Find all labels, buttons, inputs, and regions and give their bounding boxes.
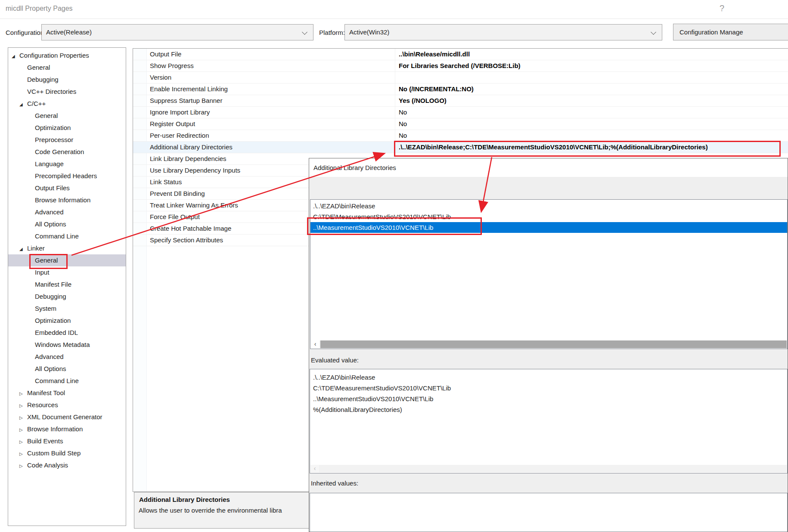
- sidebar-item-debugging[interactable]: Debugging: [8, 291, 126, 303]
- property-name: Use Library Dependency Inputs: [150, 165, 240, 176]
- sidebar-item-label: XML Document Generator: [27, 413, 102, 421]
- configuration-manager-button[interactable]: Configuration Manage: [673, 24, 788, 40]
- property-row-per-user-redirection[interactable]: Per-user RedirectionNo: [133, 130, 788, 142]
- sidebar-item-label: Optimization: [35, 124, 71, 131]
- sidebar-item-configuration-properties[interactable]: ◢Configuration Properties: [8, 49, 126, 62]
- scrollbar-thumb[interactable]: [320, 340, 787, 348]
- property-row-output-file[interactable]: Output File..\bin\Release/micdll.dll: [133, 49, 788, 60]
- property-value[interactable]: For Libraries Searched (/VERBOSE:Lib): [399, 60, 521, 71]
- sidebar-item-custom-build-step[interactable]: ▷Custom Build Step: [8, 447, 126, 459]
- sidebar-item-label: Precompiled Headers: [35, 172, 97, 179]
- sidebar-item-general[interactable]: General: [8, 62, 126, 74]
- sidebar-item-output-files[interactable]: Output Files: [8, 182, 126, 194]
- sidebar-item-build-events[interactable]: ▷Build Events: [8, 435, 126, 447]
- dialog-titlebar[interactable]: Additional Library Directories: [309, 158, 788, 177]
- chevron-collapsed-icon[interactable]: ▷: [19, 412, 27, 424]
- sidebar-item-embedded-idl[interactable]: Embedded IDL: [8, 327, 126, 339]
- sidebar-item-general[interactable]: General: [8, 110, 126, 122]
- sidebar-item-manifest-tool[interactable]: ▷Manifest Tool: [8, 387, 126, 399]
- description-text: Allows the user to override the environm…: [139, 507, 282, 514]
- platform-label: Platform:: [319, 29, 345, 36]
- scroll-left-icon[interactable]: ‹: [311, 340, 320, 348]
- configuration-value: Active(Release): [46, 25, 92, 40]
- property-name: Additional Library Directories: [150, 142, 233, 153]
- sidebar-item-windows-metadata[interactable]: Windows Metadata: [8, 339, 126, 351]
- chevron-expanded-icon[interactable]: ◢: [19, 243, 27, 255]
- property-row-suppress-startup-banner[interactable]: Suppress Startup BannerYes (/NOLOGO): [133, 95, 788, 107]
- sidebar-item-command-line[interactable]: Command Line: [8, 375, 126, 387]
- platform-combobox[interactable]: Active(Win32): [344, 24, 662, 40]
- chevron-collapsed-icon[interactable]: ▷: [19, 436, 27, 448]
- sidebar-item-general[interactable]: General: [8, 254, 126, 266]
- sidebar-item-system[interactable]: System: [8, 303, 126, 315]
- sidebar-item-precompiled-headers[interactable]: Precompiled Headers: [8, 170, 126, 182]
- scroll-left-icon[interactable]: ‹: [310, 465, 319, 473]
- property-name: Output File: [150, 49, 181, 60]
- sidebar-item-code-generation[interactable]: Code Generation: [8, 146, 126, 158]
- chevron-collapsed-icon[interactable]: ▷: [19, 448, 27, 460]
- sidebar-item-all-options[interactable]: All Options: [8, 218, 126, 230]
- sidebar-item-browse-information[interactable]: Browse Information: [8, 194, 126, 206]
- sidebar-item-label: Command Line: [35, 377, 79, 384]
- sidebar-item-label: All Options: [35, 365, 66, 372]
- column-separator: [395, 49, 395, 60]
- sidebar-item-c-c[interactable]: ◢C/C++: [8, 98, 126, 110]
- property-value[interactable]: No (/INCREMENTAL:NO): [399, 84, 474, 95]
- sidebar-item-input[interactable]: Input: [8, 266, 126, 278]
- sidebar-item-debugging[interactable]: Debugging: [8, 74, 126, 86]
- sidebar-item-code-analysis[interactable]: ▷Code Analysis: [8, 459, 126, 471]
- sidebar-item-advanced[interactable]: Advanced: [8, 351, 126, 363]
- horizontal-scrollbar-disabled[interactable]: ‹: [310, 465, 787, 473]
- sidebar-item-manifest-file[interactable]: Manifest File: [8, 278, 126, 291]
- property-value[interactable]: No: [399, 118, 407, 130]
- sidebar-item-linker[interactable]: ◢Linker: [8, 242, 126, 254]
- platform-value: Active(Win32): [349, 25, 389, 40]
- chevron-collapsed-icon[interactable]: ▷: [19, 424, 27, 436]
- evaluated-value-label: Evaluated value:: [311, 356, 359, 364]
- property-value[interactable]: No: [399, 130, 407, 141]
- property-row-enable-incremental-linking[interactable]: Enable Incremental LinkingNo (/INCREMENT…: [133, 84, 788, 95]
- sidebar-item-optimization[interactable]: Optimization: [8, 315, 126, 327]
- horizontal-scrollbar[interactable]: ‹: [311, 340, 787, 348]
- property-row-version[interactable]: Version: [133, 72, 788, 84]
- configuration-combobox[interactable]: Active(Release): [41, 24, 313, 40]
- property-row-register-output[interactable]: Register OutputNo: [133, 118, 788, 130]
- property-name: Version: [150, 72, 171, 83]
- property-value[interactable]: No: [399, 107, 407, 118]
- chevron-collapsed-icon[interactable]: ▷: [19, 388, 27, 400]
- property-row-ignore-import-library[interactable]: Ignore Import LibraryNo: [133, 107, 788, 118]
- chevron-collapsed-icon[interactable]: ▷: [19, 460, 27, 472]
- directory-item[interactable]: ..\MeasurementStudioVS2010\VCNET\Lib: [310, 222, 787, 233]
- sidebar-item-vc-directories[interactable]: VC++ Directories: [8, 86, 126, 98]
- property-name: Ignore Import Library: [150, 107, 210, 118]
- property-name: Link Library Dependencies: [150, 153, 226, 164]
- sidebar-item-label: Custom Build Step: [27, 449, 81, 457]
- directory-item[interactable]: C:\TDE\MeasurementStudioVS2010\VCNET\Lib: [310, 211, 787, 222]
- sidebar-item-advanced[interactable]: Advanced: [8, 206, 126, 218]
- property-value[interactable]: Yes (/NOLOGO): [399, 95, 447, 106]
- property-value[interactable]: .\..\EZAD\bin\Release;C:\TDE\Measurement…: [399, 142, 708, 153]
- directories-listbox[interactable]: .\..\EZAD\bin\ReleaseC:\TDE\MeasurementS…: [310, 199, 788, 349]
- sidebar-item-optimization[interactable]: Optimization: [8, 122, 126, 134]
- property-value[interactable]: ..\bin\Release/micdll.dll: [399, 49, 470, 60]
- sidebar-item-language[interactable]: Language: [8, 158, 126, 170]
- description-title: Additional Library Directories: [139, 496, 230, 503]
- sidebar-item-xml-document-generator[interactable]: ▷XML Document Generator: [8, 411, 126, 423]
- column-separator: [395, 130, 395, 141]
- sidebar-item-label: Embedded IDL: [35, 329, 78, 336]
- directory-item[interactable]: .\..\EZAD\bin\Release: [310, 201, 787, 211]
- sidebar-item-resources[interactable]: ▷Resources: [8, 399, 126, 411]
- property-row-additional-library-directories[interactable]: Additional Library Directories.\..\EZAD\…: [133, 142, 788, 153]
- sidebar-item-browse-information[interactable]: ▷Browse Information: [8, 423, 126, 435]
- chevron-expanded-icon[interactable]: ◢: [12, 50, 19, 62]
- column-separator: [395, 142, 395, 153]
- sidebar-item-all-options[interactable]: All Options: [8, 363, 126, 375]
- chevron-expanded-icon[interactable]: ◢: [19, 99, 27, 111]
- sidebar-item-label: Input: [35, 269, 49, 276]
- sidebar-item-label: Manifest File: [35, 281, 71, 288]
- property-row-show-progress[interactable]: Show ProgressFor Libraries Searched (/VE…: [133, 60, 788, 72]
- help-icon[interactable]: ?: [720, 3, 724, 13]
- chevron-collapsed-icon[interactable]: ▷: [19, 400, 27, 412]
- sidebar-item-command-line[interactable]: Command Line: [8, 230, 126, 242]
- sidebar-item-preprocessor[interactable]: Preprocessor: [8, 134, 126, 146]
